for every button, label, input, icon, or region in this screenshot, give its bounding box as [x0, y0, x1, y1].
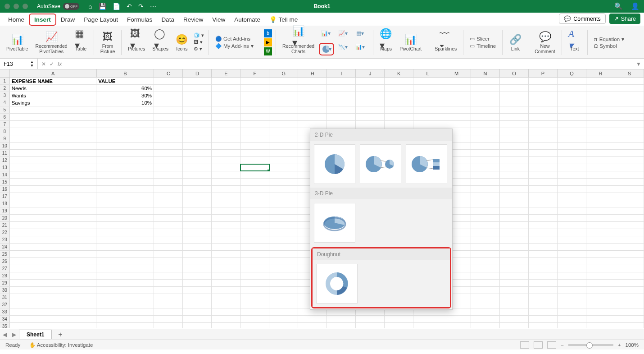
pictures-button[interactable]: 🖼 ▾Pictures: [125, 28, 148, 57]
cell-N18[interactable]: [471, 200, 500, 207]
cell-P7[interactable]: [529, 121, 558, 128]
cell-Q12[interactable]: [558, 157, 586, 164]
cell-P19[interactable]: [529, 207, 558, 214]
cell-B13[interactable]: [96, 164, 154, 171]
cell-E22[interactable]: [212, 229, 240, 236]
cell-E29[interactable]: [212, 280, 240, 286]
cell-S4[interactable]: [615, 99, 644, 106]
cell-R21[interactable]: [586, 222, 615, 229]
cell-P23[interactable]: [529, 236, 558, 243]
cell-H3[interactable]: [298, 92, 327, 99]
cell-B33[interactable]: [96, 308, 154, 315]
col-header-M[interactable]: M: [442, 69, 471, 77]
tab-view[interactable]: View: [208, 14, 230, 26]
tab-insert[interactable]: Insert: [29, 14, 56, 26]
cell-Q5[interactable]: [558, 106, 586, 113]
cell-S5[interactable]: [615, 106, 644, 113]
cell-R22[interactable]: [586, 229, 615, 236]
cell-S7[interactable]: [615, 121, 644, 128]
cell-L6[interactable]: [413, 114, 442, 120]
cell-S31[interactable]: [615, 294, 644, 301]
spreadsheet-grid[interactable]: ABCDEFGHIJKLMNOPQRS 1EXPENSE NAMEVALUE2N…: [0, 69, 644, 329]
cell-G2[interactable]: [269, 85, 298, 92]
cell-C9[interactable]: [154, 135, 183, 142]
cell-A10[interactable]: [10, 143, 97, 149]
cell-N3[interactable]: [471, 92, 500, 99]
cell-A12[interactable]: [10, 157, 97, 164]
cell-E17[interactable]: [212, 193, 240, 200]
cell-S12[interactable]: [615, 157, 644, 164]
col-header-D[interactable]: D: [183, 69, 212, 77]
col-header-C[interactable]: C: [154, 69, 183, 77]
cell-H1[interactable]: [298, 78, 327, 84]
cell-E35[interactable]: [212, 323, 240, 328]
cell-R5[interactable]: [586, 106, 615, 113]
cell-S15[interactable]: [615, 179, 644, 185]
cell-F6[interactable]: [240, 114, 269, 120]
cell-B18[interactable]: [96, 200, 154, 207]
cell-N29[interactable]: [471, 280, 500, 286]
equation-button[interactable]: π Equation ▾: [594, 36, 624, 42]
cell-O10[interactable]: [500, 143, 529, 149]
cell-I35[interactable]: [327, 323, 356, 328]
cell-P35[interactable]: [529, 323, 558, 328]
cell-I5[interactable]: [327, 106, 356, 113]
cell-F13[interactable]: [240, 164, 269, 171]
cell-F10[interactable]: [240, 143, 269, 149]
cell-M3[interactable]: [442, 92, 471, 99]
cell-C34[interactable]: [154, 316, 183, 322]
cell-N16[interactable]: [471, 186, 500, 193]
cell-O6[interactable]: [500, 114, 529, 120]
cell-O33[interactable]: [500, 308, 529, 315]
cell-D2[interactable]: [183, 85, 212, 92]
cell-G17[interactable]: [269, 193, 298, 200]
cell-C7[interactable]: [154, 121, 183, 128]
cell-L7[interactable]: [413, 121, 442, 128]
cell-N20[interactable]: [471, 215, 500, 221]
col-header-E[interactable]: E: [212, 69, 240, 77]
normal-view-icon[interactable]: [520, 341, 529, 349]
cell-O27[interactable]: [500, 265, 529, 272]
cell-P8[interactable]: [529, 128, 558, 135]
from-picture-button[interactable]: 🖼From Picture: [98, 28, 118, 57]
cell-H6[interactable]: [298, 114, 327, 120]
cell-K34[interactable]: [385, 316, 413, 322]
cell-C29[interactable]: [154, 280, 183, 286]
cell-C13[interactable]: [154, 164, 183, 171]
get-addins-button[interactable]: 🔵 Get Add-ins: [215, 36, 250, 42]
row-header-18[interactable]: 18: [0, 200, 10, 207]
cell-F5[interactable]: [240, 106, 269, 113]
cell-O13[interactable]: [500, 164, 529, 171]
cell-A1[interactable]: EXPENSE NAME: [10, 78, 97, 84]
row-header-30[interactable]: 30: [0, 287, 10, 294]
cell-P25[interactable]: [529, 251, 558, 257]
cell-E34[interactable]: [212, 316, 240, 322]
cell-E2[interactable]: [212, 85, 240, 92]
cell-C24[interactable]: [154, 244, 183, 250]
pie-2d-option[interactable]: [314, 144, 355, 184]
cell-O26[interactable]: [500, 258, 529, 265]
icons-button[interactable]: 😊Icons: [173, 28, 191, 57]
bar-of-pie-option[interactable]: [406, 144, 447, 184]
cell-G34[interactable]: [269, 316, 298, 322]
cell-P33[interactable]: [529, 308, 558, 315]
cell-R34[interactable]: [586, 316, 615, 322]
cell-G14[interactable]: [269, 171, 298, 178]
cell-I34[interactable]: [327, 316, 356, 322]
row-header-35[interactable]: 35: [0, 323, 10, 328]
cell-E3[interactable]: [212, 92, 240, 99]
row-header-24[interactable]: 24: [0, 244, 10, 250]
cell-M2[interactable]: [442, 85, 471, 92]
cell-D14[interactable]: [183, 171, 212, 178]
cell-D4[interactable]: [183, 99, 212, 106]
pie-chart-button[interactable]: ▾: [319, 43, 334, 55]
tab-draw[interactable]: Draw: [56, 14, 80, 26]
cell-F33[interactable]: [240, 308, 269, 315]
cell-C22[interactable]: [154, 229, 183, 236]
cell-R17[interactable]: [586, 193, 615, 200]
cell-A20[interactable]: [10, 215, 97, 221]
search-icon[interactable]: 🔍: [614, 2, 623, 10]
row-header-12[interactable]: 12: [0, 157, 10, 164]
cell-O15[interactable]: [500, 179, 529, 185]
expand-formula-icon[interactable]: ▼: [633, 61, 644, 67]
